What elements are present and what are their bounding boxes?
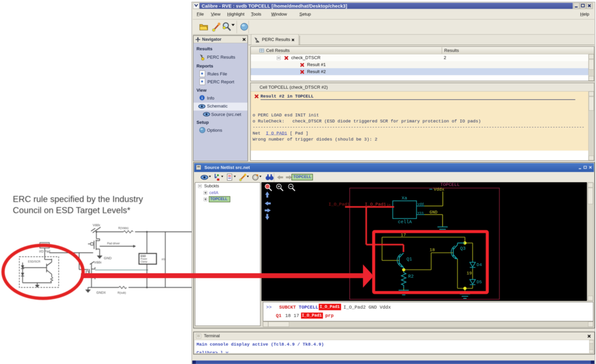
svg-text:Q1: Q1	[407, 256, 412, 262]
svg-text:I/O Pad: I/O Pad	[39, 250, 50, 253]
svg-text:Q3: Q3	[460, 246, 466, 251]
svg-text:R(sub): R(sub)	[118, 291, 126, 294]
svg-text:I/O: I/O	[162, 258, 165, 261]
svg-text:GND: GND	[104, 256, 112, 260]
svg-text:vdd: vdd	[417, 202, 424, 206]
svg-text:I_O_Pad1: I_O_Pad1	[365, 202, 386, 207]
svg-text:cellA: cellA	[398, 219, 412, 225]
svg-text:Vddx: Vddx	[93, 223, 100, 227]
svg-text:R2: R2	[408, 274, 414, 279]
svg-text:18: 18	[430, 247, 435, 253]
svg-text:vss: vss	[417, 211, 424, 215]
svg-text:ESD/SCR: ESD/SCR	[28, 260, 40, 263]
svg-text:TOPCELL: TOPCELL	[440, 182, 460, 187]
svg-text:D5: D5	[477, 280, 482, 285]
svg-text:ERC rule specified by the Indu: ERC rule specified by the Industry	[13, 194, 143, 204]
svg-text:17: 17	[401, 232, 406, 238]
svg-text:Vddx: Vddx	[434, 187, 444, 192]
svg-text:GNDX: GNDX	[96, 291, 106, 294]
svg-text:Xa: Xa	[402, 195, 407, 201]
svg-text:I_O_Pad1: I_O_Pad1	[328, 202, 350, 207]
svg-text:Pad driver: Pad driver	[107, 242, 120, 245]
svg-text:19: 19	[467, 271, 472, 276]
svg-text:D4: D4	[477, 262, 482, 267]
svg-text:ESD: ESD	[141, 255, 146, 257]
svg-text:GND: GND	[430, 210, 438, 215]
svg-text:i: i	[202, 96, 203, 100]
svg-text:Power: Power	[141, 258, 147, 260]
svg-text:R(Vddx): R(Vddx)	[118, 226, 128, 230]
svg-text:Council on ESD Target Levels*: Council on ESD Target Levels*	[13, 206, 130, 215]
